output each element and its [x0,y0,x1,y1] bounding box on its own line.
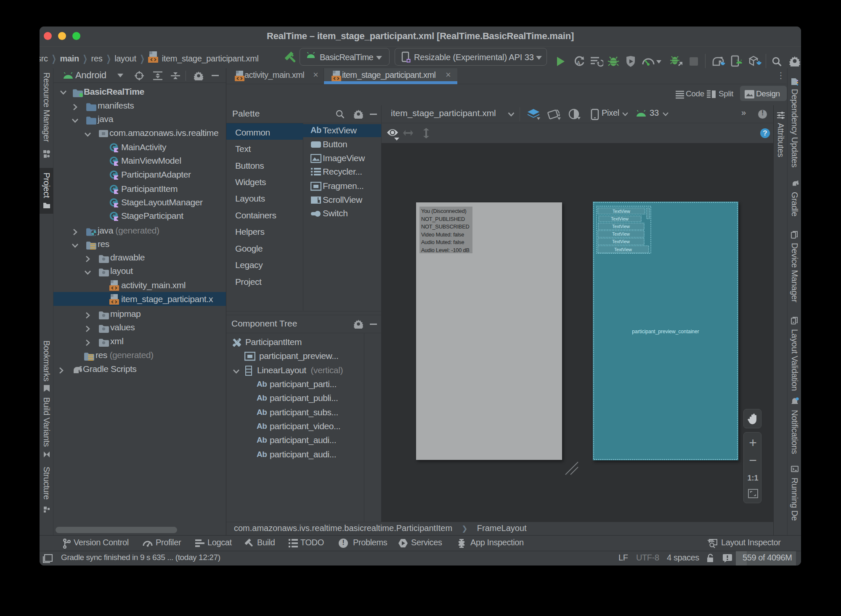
svg-text:TextView: TextView [613,209,630,214]
svg-text:TextView: TextView [612,239,630,244]
svg-text:TextView: TextView [611,216,629,221]
svg-text:TextView: TextView [612,231,630,236]
svg-text:TextView: TextView [612,224,630,229]
svg-text:A: A [577,60,581,66]
svg-text:TextView: TextView [614,247,632,252]
